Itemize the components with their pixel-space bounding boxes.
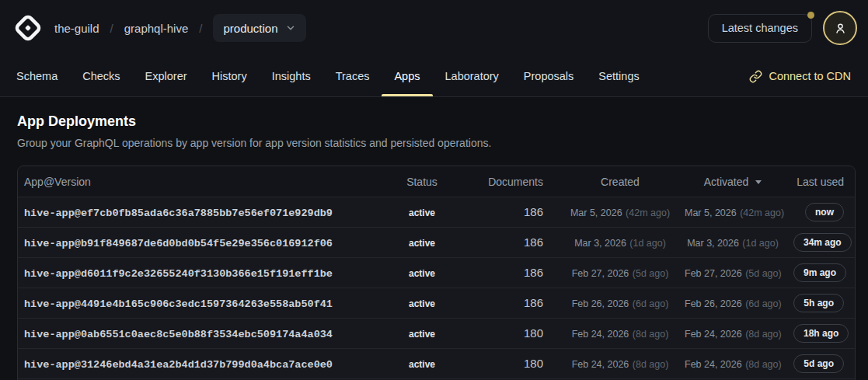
link-icon	[749, 70, 762, 83]
tab-history[interactable]: History	[200, 56, 260, 96]
documents-cell: 186	[524, 266, 543, 279]
column-header-activated-label: Activated	[704, 176, 749, 188]
created-date: Mar 3, 2026	[574, 238, 626, 249]
table-row[interactable]: hive-app@4491e4b165c906c3edc1597364263e5…	[18, 288, 855, 318]
user-avatar[interactable]	[823, 11, 857, 45]
status-cell: active	[409, 359, 435, 370]
column-header-status[interactable]: Status	[383, 176, 461, 188]
activated-relative: (1d ago)	[742, 238, 779, 249]
tab-insights[interactable]: Insights	[260, 56, 323, 96]
created-date: Feb 26, 2026	[572, 298, 629, 309]
status-cell: active	[409, 268, 435, 279]
tab-checks[interactable]: Checks	[70, 56, 132, 96]
last-used-badge: 18h ago	[793, 324, 849, 343]
created-date: Feb 24, 2026	[572, 329, 629, 340]
tab-proposals[interactable]: Proposals	[511, 56, 586, 96]
activated-date: Feb 26, 2026	[685, 298, 742, 309]
documents-cell: 186	[524, 296, 543, 309]
column-header-activated[interactable]: Activated	[678, 176, 787, 188]
target-selector[interactable]: production	[213, 14, 305, 42]
table-row[interactable]: hive-app@31246ebd4a31ea2b4d1d37b799d0a4b…	[18, 348, 855, 378]
table-row[interactable]: hive-app@b91f849687de6d0bd0b54f5e29e356c…	[18, 227, 855, 257]
app-version-cell: hive-app@4491e4b165c906c3edc1597364263e5…	[24, 298, 333, 310]
connect-to-cdn-label: Connect to CDN	[769, 70, 851, 82]
activated-date: Mar 5, 2026	[685, 207, 737, 218]
tab-bar: Schema Checks Explorer History Insights …	[0, 56, 868, 97]
activated-relative: (6d ago)	[745, 298, 782, 309]
created-relative: (8d ago)	[633, 359, 669, 370]
tab-schema[interactable]: Schema	[4, 56, 70, 96]
tab-laboratory[interactable]: Laboratory	[433, 56, 511, 96]
documents-cell: 186	[524, 235, 543, 249]
connect-to-cdn-link[interactable]: Connect to CDN	[744, 56, 856, 96]
notification-dot	[807, 12, 814, 19]
app-version-cell: hive-app@31246ebd4a31ea2b4d1d37b799d0a4b…	[24, 359, 333, 371]
last-used-badge: 9m ago	[793, 263, 846, 282]
sort-desc-icon	[755, 180, 762, 184]
breadcrumb-separator: /	[110, 22, 113, 35]
activated-relative: (8d ago)	[745, 359, 782, 370]
column-header-created[interactable]: Created	[562, 176, 678, 188]
activated-date: Feb 27, 2026	[685, 268, 742, 279]
header-actions: Latest changes	[708, 11, 857, 45]
activated-date: Mar 3, 2026	[687, 238, 739, 249]
latest-changes-label: Latest changes	[722, 22, 798, 34]
activated-relative: (8d ago)	[745, 329, 782, 340]
column-header-last-used[interactable]: Last used	[787, 176, 855, 188]
table-row[interactable]: hive-app@0ab6551c0aec8c5e0b88f3534ebc509…	[18, 318, 855, 348]
target-selector-label: production	[223, 22, 277, 35]
tab-settings[interactable]: Settings	[586, 56, 651, 96]
activated-relative: (5d ago)	[745, 268, 782, 279]
activated-relative: (42m ago)	[740, 207, 784, 218]
breadcrumb-org[interactable]: the-guild	[54, 22, 99, 35]
breadcrumb-separator: /	[199, 22, 202, 35]
app-version-cell: hive-app@d6011f9c2e32655240f3130b366e15f…	[24, 268, 333, 280]
app-deployments-table: App@Version Status Documents Created Act…	[17, 166, 856, 380]
column-header-documents[interactable]: Documents	[461, 176, 562, 188]
created-relative: (1d ago)	[629, 238, 666, 249]
tab-traces[interactable]: Traces	[323, 56, 382, 96]
column-header-app-version[interactable]: App@Version	[18, 176, 383, 188]
created-relative: (6d ago)	[633, 298, 669, 309]
table-header-row: App@Version Status Documents Created Act…	[18, 166, 855, 197]
latest-changes-button[interactable]: Latest changes	[708, 14, 812, 43]
table-row[interactable]: hive-app@ef7cb0fb85ada6c36a7885bb7e56ef0…	[18, 197, 855, 227]
status-cell: active	[409, 238, 435, 249]
documents-cell: 180	[524, 326, 543, 340]
activated-date: Feb 24, 2026	[685, 359, 742, 370]
documents-cell: 186	[524, 205, 543, 218]
created-relative: (8d ago)	[633, 329, 669, 340]
hive-logo-icon[interactable]	[14, 14, 42, 42]
tab-explorer[interactable]: Explorer	[133, 56, 200, 96]
main-content: App Deployments Group your GraphQL opera…	[0, 97, 868, 380]
last-used-badge: now	[805, 203, 844, 221]
table-row[interactable]: hive-app@d6011f9c2e32655240f3130b366e15f…	[18, 257, 855, 288]
user-icon	[833, 21, 848, 36]
top-header: the-guild / graphql-hive / production La…	[0, 0, 868, 56]
app-version-cell: hive-app@0ab6551c0aec8c5e0b88f3534ebc509…	[24, 329, 333, 340]
chevron-down-icon	[285, 23, 296, 33]
breadcrumb: the-guild / graphql-hive / production	[54, 14, 306, 42]
app-version-cell: hive-app@ef7cb0fb85ada6c36a7885bb7e56ef0…	[24, 207, 333, 219]
app-version-cell: hive-app@b91f849687de6d0bd0b54f5e29e356c…	[24, 238, 333, 249]
created-relative: (42m ago)	[626, 207, 670, 218]
last-used-badge: 5h ago	[793, 294, 844, 312]
created-date: Feb 27, 2026	[572, 268, 629, 279]
last-used-badge: 5d ago	[793, 354, 844, 373]
tab-apps[interactable]: Apps	[382, 56, 432, 96]
last-used-badge: 34m ago	[793, 233, 852, 252]
documents-cell: 180	[524, 357, 543, 370]
breadcrumb-project[interactable]: graphql-hive	[124, 22, 189, 35]
status-cell: active	[409, 207, 435, 218]
status-cell: active	[409, 329, 435, 340]
created-date: Mar 5, 2026	[570, 207, 622, 218]
page-description: Group your GraphQL operations by app ver…	[17, 137, 856, 150]
created-relative: (5d ago)	[633, 268, 669, 279]
page-title: App Deployments	[17, 113, 856, 130]
activated-date: Feb 24, 2026	[685, 329, 742, 340]
status-cell: active	[409, 298, 435, 309]
created-date: Feb 24, 2026	[572, 359, 629, 370]
